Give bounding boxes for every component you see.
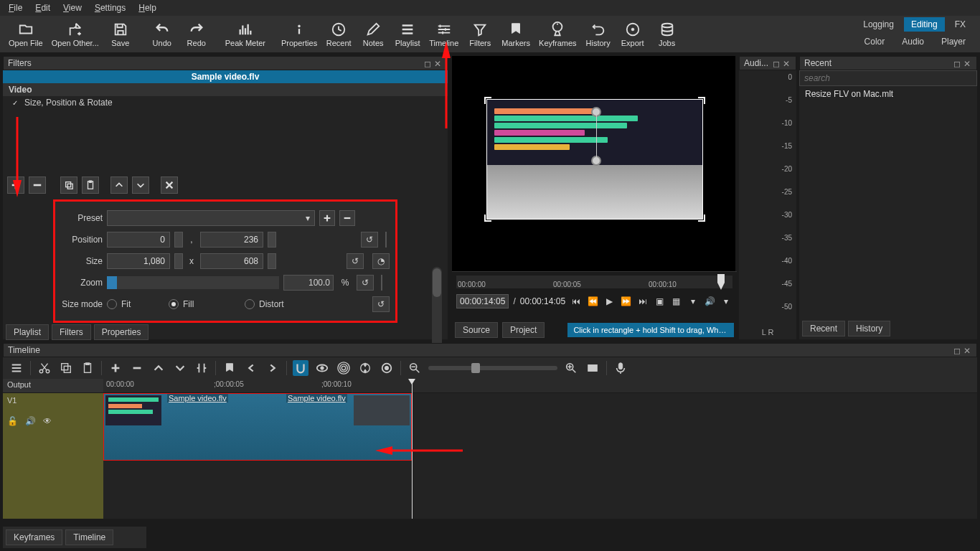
project-tab[interactable]: Project [502,322,545,338]
tab-keyframes[interactable]: Keyframes [6,529,62,545]
volume-icon[interactable]: 🔊 [703,295,715,308]
save-button[interactable]: Save [103,17,138,52]
recent-search-input[interactable] [799,70,977,86]
copy-icon[interactable] [58,360,74,376]
mode-player[interactable]: Player [934,34,973,49]
position-x-input[interactable] [107,232,170,248]
position-y-spinner[interactable] [268,232,276,248]
mode-editing[interactable]: Editing [904,17,945,32]
notes-button[interactable]: Notes [356,17,390,52]
record-audio-icon[interactable] [613,360,628,376]
tab-properties[interactable]: Properties [94,324,149,340]
preset-remove-button[interactable] [339,210,355,226]
export-button[interactable]: Export [616,17,650,52]
timeline-playhead[interactable] [412,379,413,519]
grid-icon[interactable]: ▦ [670,295,682,308]
size-w-spinner[interactable] [174,253,183,269]
menu-view[interactable]: View [57,1,88,14]
zoom-slider[interactable] [107,276,279,289]
tab-timeline[interactable]: Timeline [65,529,113,545]
history-button[interactable]: History [581,17,616,52]
transform-handle-center[interactable] [591,156,601,166]
move-filter-up[interactable] [110,176,128,194]
source-tab[interactable]: Source [455,322,498,338]
size-w-input[interactable] [107,253,170,269]
close-panel-icon[interactable]: ✕ [434,59,443,67]
keyframes-button[interactable]: Keyframes [534,17,581,52]
volume-dropdown-icon[interactable]: ▾ [720,295,732,308]
skip-end-icon[interactable]: ⏭ [636,295,649,308]
lock-icon[interactable]: 🔓 [7,416,18,426]
timeline-ruler[interactable]: 00:00:00 ;00:00:05 ;00:00:10 [103,379,977,393]
zoom-fit-timeline-icon[interactable] [585,360,600,376]
preset-add-button[interactable] [319,210,335,226]
mode-logging[interactable]: Logging [856,17,901,32]
peak-meter-button[interactable]: Peak Meter [221,17,270,52]
remove-filter-button[interactable] [29,176,46,194]
move-filter-down[interactable] [132,176,149,194]
timeline-tracks[interactable]: 00:00:00 ;00:00:05 ;00:00:10 Sample vide… [103,379,977,519]
close-icon[interactable]: ✕ [783,59,791,67]
menu-help[interactable]: Help [133,1,162,14]
sizemode-reset[interactable]: ↺ [372,296,390,312]
video-frame[interactable] [486,99,703,220]
paste-filter-button[interactable] [82,176,99,194]
jobs-button[interactable]: Jobs [650,17,684,52]
timeline-clip[interactable]: Sample video.flv Sample video.flv [103,393,412,461]
ripple-all-icon[interactable] [357,360,373,376]
split-icon[interactable] [194,360,209,376]
ripple-icon[interactable] [336,360,352,376]
output-header[interactable]: Output [3,379,103,393]
filter-enabled-check[interactable]: ✓ [10,98,20,108]
recent-button[interactable]: Recent [321,17,356,52]
corner-tl[interactable] [484,97,491,104]
overwrite-icon[interactable] [172,360,188,376]
append-icon[interactable] [108,360,123,376]
corner-tr[interactable] [698,97,705,104]
zoom-reset[interactable]: ↺ [357,275,374,291]
snap-icon[interactable] [293,360,308,376]
history-tab[interactable]: History [848,321,890,336]
redo-button[interactable]: Redo [179,17,214,52]
position-y-input[interactable] [200,232,263,248]
mode-fill-radio[interactable] [169,299,179,309]
grid-dropdown-icon[interactable]: ▾ [687,295,699,308]
undo-button[interactable]: Undo [145,17,179,52]
corner-bl[interactable] [484,215,491,222]
position-reset[interactable]: ↺ [361,232,378,248]
slider-handle[interactable] [471,363,480,373]
size-keyframe[interactable]: ◔ [372,253,390,269]
close-icon[interactable]: ✕ [963,59,972,67]
play-icon[interactable]: ▶ [603,295,616,308]
video-area[interactable] [452,56,735,271]
zoom-fit-icon[interactable]: ▣ [654,295,666,308]
menu-file[interactable]: File [3,1,28,14]
ripple-markers-icon[interactable] [379,360,395,376]
params-scrollbar[interactable] [432,267,442,353]
timeline-zoom-slider[interactable] [428,366,557,370]
markers-button[interactable]: Markers [497,17,534,52]
zoom-out-icon[interactable] [407,360,423,376]
player-scrubber[interactable]: 00:00:00 00:00:05 00:00:10 [452,271,737,291]
zoom-in-icon[interactable] [563,360,579,376]
tab-playlist[interactable]: Playlist [6,324,49,340]
size-reset[interactable]: ↺ [347,253,364,269]
rewind-icon[interactable]: ⏪ [586,295,598,308]
cut-icon[interactable] [37,360,52,376]
disable-filter-button[interactable] [161,176,178,194]
copy-filter-button[interactable] [60,176,77,194]
recent-tab[interactable]: Recent [802,321,845,336]
filters-button[interactable]: Filters [463,17,497,52]
size-h-spinner[interactable] [268,253,276,269]
lift-icon[interactable] [151,360,166,376]
add-filter-button[interactable] [7,176,24,194]
mode-fit-radio[interactable] [107,299,117,309]
menu-edit[interactable]: Edit [29,1,56,14]
corner-br[interactable] [698,215,705,222]
track-v1-header[interactable]: V1 🔓 🔊 👁 [3,393,103,519]
undock-icon[interactable]: ◻ [953,346,962,354]
current-timecode[interactable]: 00:00:14:05 [456,294,509,309]
size-h-input[interactable] [200,253,263,269]
hide-icon[interactable]: 👁 [43,416,52,426]
playlist-button[interactable]: Playlist [390,17,425,52]
